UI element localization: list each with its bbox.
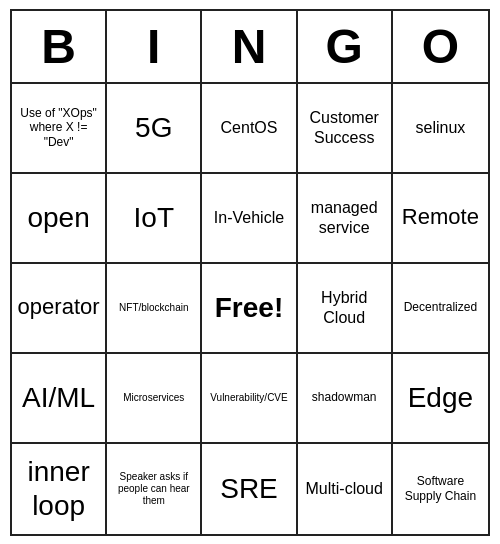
bingo-cell-1: 5G <box>107 84 202 174</box>
bingo-cell-18: shadowman <box>298 354 393 444</box>
bingo-cell-17: Vulnerability/CVE <box>202 354 297 444</box>
bingo-cell-14: Decentralized <box>393 264 488 354</box>
bingo-cell-2: CentOS <box>202 84 297 174</box>
bingo-cell-24: Software Supply Chain <box>393 444 488 534</box>
bingo-letter-g: G <box>298 11 393 82</box>
bingo-cell-20: inner loop <box>12 444 107 534</box>
bingo-cell-15: AI/ML <box>12 354 107 444</box>
bingo-cell-7: In-Vehicle <box>202 174 297 264</box>
bingo-cell-12: Free! <box>202 264 297 354</box>
bingo-letter-o: O <box>393 11 488 82</box>
bingo-cell-10: operator <box>12 264 107 354</box>
bingo-cell-5: open <box>12 174 107 264</box>
bingo-cell-16: Microservices <box>107 354 202 444</box>
bingo-cell-8: managed service <box>298 174 393 264</box>
bingo-cell-6: IoT <box>107 174 202 264</box>
bingo-cell-19: Edge <box>393 354 488 444</box>
bingo-letter-i: I <box>107 11 202 82</box>
bingo-cell-3: Customer Success <box>298 84 393 174</box>
bingo-grid: Use of "XOps" where X != "Dev"5GCentOSCu… <box>12 84 488 534</box>
bingo-cell-0: Use of "XOps" where X != "Dev" <box>12 84 107 174</box>
bingo-cell-23: Multi-cloud <box>298 444 393 534</box>
bingo-cell-11: NFT/blockchain <box>107 264 202 354</box>
bingo-header: BINGO <box>12 11 488 84</box>
bingo-cell-21: Speaker asks if people can hear them <box>107 444 202 534</box>
bingo-letter-n: N <box>202 11 297 82</box>
bingo-card: BINGO Use of "XOps" where X != "Dev"5GCe… <box>10 9 490 536</box>
bingo-cell-13: Hybrid Cloud <box>298 264 393 354</box>
bingo-cell-22: SRE <box>202 444 297 534</box>
bingo-cell-4: selinux <box>393 84 488 174</box>
bingo-cell-9: Remote <box>393 174 488 264</box>
bingo-letter-b: B <box>12 11 107 82</box>
